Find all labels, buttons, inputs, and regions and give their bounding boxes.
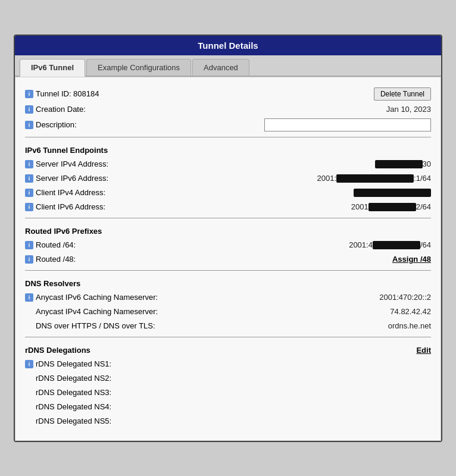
routed-64-value: 2001:4 /64 <box>156 240 431 250</box>
server-ipv6-row: i Server IPv6 Address: 2001: :1/64 <box>25 171 431 186</box>
redacted-client-ipv4 <box>354 189 431 197</box>
tab-advanced[interactable]: Advanced <box>192 59 249 76</box>
rdns-ns2-row: rDNS Delegated NS2: <box>25 371 431 386</box>
server-ipv4-row: i Server IPv4 Address: 30 <box>25 157 431 171</box>
title-bar: Tunnel Details <box>15 36 441 55</box>
tab-ipv6-tunnel[interactable]: IPv6 Tunnel <box>20 59 85 77</box>
dns-over-https-row: DNS over HTTPS / DNS over TLS: ordns.he.… <box>25 319 431 333</box>
creation-date-row: i Creation Date: Jan 10, 2023 <box>25 102 431 117</box>
divider-4 <box>25 337 431 337</box>
description-label: i Description: <box>25 120 156 129</box>
dns-over-https-label: DNS over HTTPS / DNS over TLS: <box>25 321 156 330</box>
redacted-server-ipv6 <box>336 174 414 183</box>
server-ipv6-value: 2001: :1/64 <box>156 174 431 183</box>
dns-ipv6-label: i Anycast IPv6 Caching Nameserver: <box>25 293 158 302</box>
description-input[interactable] <box>264 118 431 131</box>
rdns-ns4-row: rDNS Delegated NS4: <box>25 400 431 414</box>
dns-ipv4-value: 74.82.42.42 <box>158 307 431 316</box>
info-icon: i <box>25 105 33 114</box>
client-ipv6-row: i Client IPv6 Address: 2001 2/64 <box>25 200 431 214</box>
tunnel-details-window: Tunnel Details IPv6 Tunnel Example Confi… <box>14 35 442 442</box>
routed-64-row: i Routed /64: 2001:4 /64 <box>25 238 431 252</box>
divider-3 <box>25 270 431 271</box>
rdns-ns3-row: rDNS Delegated NS3: <box>25 386 431 400</box>
routed-48-row: i Routed /48: Assign /48 <box>25 252 431 267</box>
rdns-ns4-label: rDNS Delegated NS4: <box>25 402 156 411</box>
rdns-edit-link[interactable]: Edit <box>416 346 431 355</box>
dns-ipv4-label: Anycast IPv4 Caching Nameserver: <box>25 307 158 316</box>
divider-2 <box>25 218 431 218</box>
delete-tunnel-value: Delete Tunnel <box>156 87 431 101</box>
redacted-client-ipv6 <box>368 203 416 211</box>
redacted-server-ipv4 <box>375 160 423 168</box>
dns-section-header: DNS Resolvers <box>25 273 431 290</box>
routed-48-label: i Routed /48: <box>25 255 156 264</box>
tab-bar: IPv6 Tunnel Example Configurations Advan… <box>15 55 441 77</box>
rdns-ns2-label: rDNS Delegated NS2: <box>25 374 156 383</box>
delete-tunnel-button[interactable]: Delete Tunnel <box>374 87 431 101</box>
divider-1 <box>25 137 431 137</box>
info-icon: i <box>25 203 33 211</box>
redacted-routed64 <box>373 241 420 249</box>
routed-section-header: Routed IPv6 Prefixes <box>25 221 431 238</box>
info-icon: i <box>25 293 33 302</box>
info-icon: i <box>25 255 33 264</box>
info-icon: i <box>25 160 33 168</box>
creation-date-value: Jan 10, 2023 <box>156 105 431 114</box>
endpoints-section-header: IPv6 Tunnel Endpoints <box>25 140 431 157</box>
info-icon: i <box>25 90 33 98</box>
rdns-ns1-row: i rDNS Delegated NS1: <box>25 357 431 371</box>
window-title: Tunnel Details <box>198 40 258 51</box>
rdns-ns3-label: rDNS Delegated NS3: <box>25 388 156 397</box>
info-icon: i <box>25 360 33 368</box>
dns-over-https-value: ordns.he.net <box>156 321 431 330</box>
tunnel-id-row: i Tunnel ID: 808184 Delete Tunnel <box>25 86 431 102</box>
routed-48-value: Assign /48 <box>156 255 431 264</box>
info-icon: i <box>25 241 33 249</box>
routed-64-label: i Routed /64: <box>25 240 156 249</box>
client-ipv6-label: i Client IPv6 Address: <box>25 202 156 211</box>
assign-48-link[interactable]: Assign /48 <box>392 255 431 264</box>
server-ipv4-value: 30 <box>156 159 431 169</box>
rdns-section-header: rDNS Delegations Edit <box>25 340 431 357</box>
info-icon: i <box>25 121 33 129</box>
server-ipv4-label: i Server IPv4 Address: <box>25 159 156 168</box>
rdns-ns1-label: i rDNS Delegated NS1: <box>25 359 156 368</box>
creation-date-label: i Creation Date: <box>25 105 156 114</box>
tab-content: i Tunnel ID: 808184 Delete Tunnel i Crea… <box>15 77 441 441</box>
dns-ipv6-value: 2001:470:20::2 <box>158 293 431 302</box>
client-ipv4-row: i Client IPv4 Address: <box>25 186 431 200</box>
tab-example-configurations[interactable]: Example Configurations <box>86 59 191 76</box>
client-ipv4-value <box>156 188 431 198</box>
tunnel-id-label: i Tunnel ID: 808184 <box>25 89 156 98</box>
rdns-ns5-row: rDNS Delegated NS5: <box>25 414 431 428</box>
info-icon: i <box>25 174 33 183</box>
description-row: i Description: <box>25 117 431 133</box>
info-icon: i <box>25 189 33 197</box>
server-ipv6-label: i Server IPv6 Address: <box>25 174 156 183</box>
rdns-ns5-label: rDNS Delegated NS5: <box>25 416 156 425</box>
dns-ipv6-row: i Anycast IPv6 Caching Nameserver: 2001:… <box>25 290 431 305</box>
description-input-wrapper <box>156 118 431 131</box>
client-ipv6-value: 2001 2/64 <box>156 202 431 212</box>
client-ipv4-label: i Client IPv4 Address: <box>25 188 156 197</box>
dns-ipv4-row: Anycast IPv4 Caching Nameserver: 74.82.4… <box>25 305 431 319</box>
